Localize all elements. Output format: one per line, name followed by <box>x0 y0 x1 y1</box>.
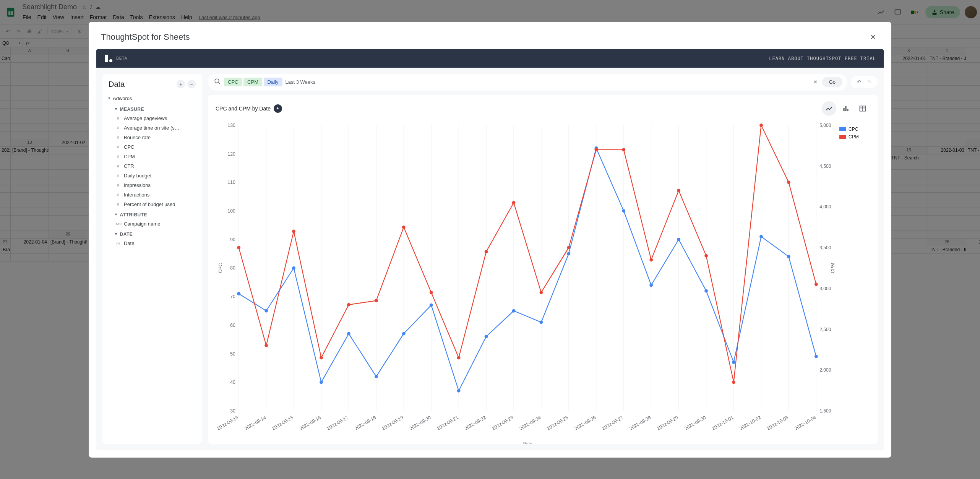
field-date[interactable]: ◷Date <box>109 239 196 248</box>
field-percent-of-budget-used[interactable]: #Percent of budget used <box>109 200 196 209</box>
svg-point-105 <box>320 356 323 359</box>
svg-text:90: 90 <box>230 237 235 242</box>
svg-text:2022-09-17: 2022-09-17 <box>326 414 349 431</box>
field-cpm[interactable]: #CPM <box>109 152 196 161</box>
svg-text:2022-09-26: 2022-09-26 <box>574 414 597 431</box>
svg-line-10 <box>218 82 220 84</box>
ts-header: BETA LEARN ABOUT THOUGHTSPOT FREE TRIAL <box>96 49 884 68</box>
hash-icon: # <box>115 192 121 197</box>
learn-link[interactable]: LEARN ABOUT THOUGHTSPOT FREE TRIAL <box>769 56 876 61</box>
svg-text:2022-09-29: 2022-09-29 <box>656 414 679 431</box>
search-pill-cpc[interactable]: CPC <box>224 78 242 86</box>
svg-text:2022-09-15: 2022-09-15 <box>271 414 294 431</box>
svg-point-114 <box>567 246 570 249</box>
field-cpc[interactable]: #CPC <box>109 142 196 152</box>
svg-point-116 <box>622 148 625 151</box>
modal-title: ThoughtSpot for Sheets <box>101 32 190 42</box>
svg-point-100 <box>787 255 790 258</box>
svg-point-8 <box>109 59 112 62</box>
svg-point-91 <box>540 320 543 324</box>
add-source-button[interactable]: + <box>177 80 185 88</box>
measure-section[interactable]: ▸ MEASURE <box>109 104 196 114</box>
svg-rect-11 <box>843 108 844 111</box>
search-pill-cpm[interactable]: CPM <box>243 78 262 86</box>
svg-text:CPC: CPC <box>218 263 223 273</box>
svg-point-107 <box>375 299 378 302</box>
svg-text:110: 110 <box>228 180 235 185</box>
clear-search-icon[interactable]: ✕ <box>812 78 819 86</box>
beta-badge: BETA <box>116 56 127 60</box>
field-average-time-on-site-s-[interactable]: #Average time on site (s… <box>109 123 196 133</box>
svg-point-95 <box>649 283 653 287</box>
svg-text:4,000: 4,000 <box>819 204 831 209</box>
svg-point-103 <box>264 344 268 347</box>
svg-text:2022-09-25: 2022-09-25 <box>546 414 570 431</box>
field-impressions[interactable]: #Impressions <box>109 180 196 190</box>
hash-icon: # <box>115 183 121 187</box>
svg-point-106 <box>347 303 350 306</box>
ai-badge-icon[interactable]: ✦ <box>274 104 282 113</box>
chart-card: CPC and CPM by Date ✦ 304050607080901001… <box>208 95 878 444</box>
svg-text:2022-09-20: 2022-09-20 <box>409 414 432 431</box>
hash-icon: # <box>115 135 121 140</box>
svg-text:50: 50 <box>230 351 235 356</box>
field-average-pageviews[interactable]: #Average pageviews <box>109 114 196 123</box>
main-area: CPC CPM Daily Last 3 Weeks ✕ Go ↶ ↷ CPC … <box>208 74 878 444</box>
svg-text:2,500: 2,500 <box>819 326 831 332</box>
svg-point-89 <box>485 334 488 338</box>
attribute-section[interactable]: ▸ ATTRIBUTE <box>109 209 196 219</box>
svg-text:3,500: 3,500 <box>819 245 831 250</box>
svg-text:3,000: 3,000 <box>819 286 831 291</box>
date-section[interactable]: ▸ DATE <box>109 229 196 239</box>
svg-point-86 <box>402 332 406 335</box>
data-panel: Data + − ▸ Adwords ▸ MEASURE #Aver <box>102 74 202 444</box>
svg-point-102 <box>237 246 240 249</box>
legend-item-cpc: CPC <box>839 127 870 132</box>
svg-point-97 <box>704 289 708 292</box>
modal-overlay: ThoughtSpot for Sheets ✕ BETA LEARN ABOU… <box>0 0 980 479</box>
svg-text:2022-10-02: 2022-10-02 <box>738 414 762 431</box>
search-box[interactable]: CPC CPM Daily Last 3 Weeks ✕ Go <box>208 74 847 91</box>
svg-point-110 <box>457 356 461 359</box>
svg-text:5,000: 5,000 <box>819 123 831 128</box>
svg-text:2022-09-23: 2022-09-23 <box>491 414 514 431</box>
svg-point-112 <box>512 201 516 204</box>
svg-point-9 <box>215 79 219 83</box>
svg-text:80: 80 <box>230 265 235 271</box>
field-interactions[interactable]: #Interactions <box>109 190 196 200</box>
field-daily-budget[interactable]: #Daily budget <box>109 171 196 180</box>
svg-point-111 <box>485 250 488 253</box>
svg-point-99 <box>759 235 763 238</box>
svg-point-121 <box>759 123 763 127</box>
clock-icon: ◷ <box>115 241 121 246</box>
thoughtspot-logo-icon <box>104 54 113 63</box>
search-pill-daily[interactable]: Daily <box>264 78 282 86</box>
close-icon[interactable]: ✕ <box>867 31 879 43</box>
undo-query-icon[interactable]: ↶ <box>855 78 863 86</box>
remove-source-button[interactable]: − <box>187 80 196 88</box>
hash-icon: # <box>115 125 121 130</box>
bar-chart-button[interactable] <box>839 101 853 116</box>
chevron-down-icon: ▸ <box>114 108 118 110</box>
text-icon: ᴀʙᴄ <box>115 221 121 226</box>
svg-point-101 <box>815 355 818 358</box>
svg-text:40: 40 <box>230 380 235 385</box>
line-chart-button[interactable] <box>822 101 836 116</box>
svg-text:100: 100 <box>228 208 235 214</box>
svg-text:4,500: 4,500 <box>819 163 831 169</box>
svg-point-92 <box>567 252 570 255</box>
svg-text:2022-09-28: 2022-09-28 <box>629 414 652 431</box>
hash-icon: # <box>115 116 121 120</box>
field-bounce-rate[interactable]: #Bounce rate <box>109 133 196 142</box>
go-button[interactable]: Go <box>822 77 842 87</box>
svg-point-118 <box>677 188 680 192</box>
svg-text:2022-09-30: 2022-09-30 <box>683 414 707 431</box>
field-ctr[interactable]: #CTR <box>109 161 196 171</box>
svg-text:70: 70 <box>230 294 235 299</box>
data-source-adwords[interactable]: ▸ Adwords <box>109 93 196 104</box>
hash-icon: # <box>115 145 121 149</box>
svg-point-120 <box>732 380 735 384</box>
field-campaign-name[interactable]: ᴀʙᴄCampaign name <box>109 219 196 229</box>
table-view-button[interactable] <box>855 101 870 116</box>
redo-query-icon[interactable]: ↷ <box>865 78 874 86</box>
